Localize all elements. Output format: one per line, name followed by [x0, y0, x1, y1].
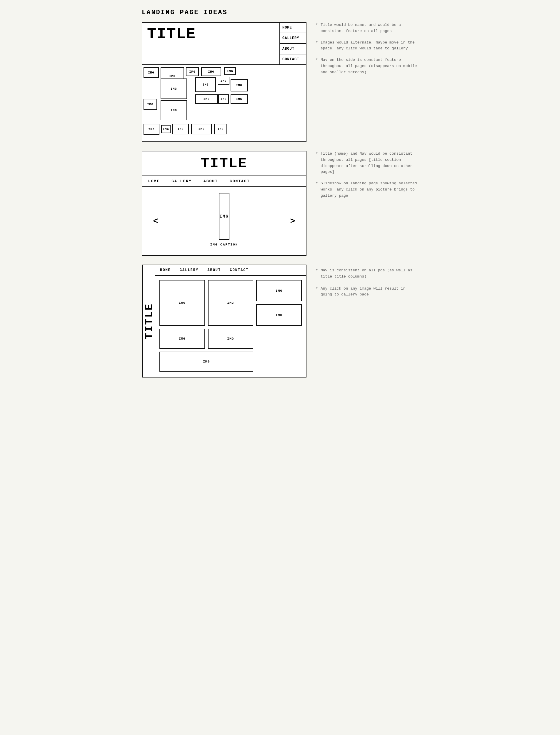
design1-nav-gallery[interactable]: GALLERY: [280, 33, 306, 44]
list-item[interactable]: IMG: [231, 79, 248, 91]
design3-notes: Nav is consistent on all pgs (as well as…: [315, 265, 418, 298]
design1-images: IMG IMG IMG IMG IMG IMG IMG IMG IMG IMG …: [142, 65, 306, 141]
list-item[interactable]: IMG: [191, 124, 212, 134]
list-item[interactable]: IMG: [159, 329, 205, 349]
design3-layout: TITLE HOME GALLERY ABOUT CONTACT IMG IMG: [142, 265, 306, 377]
list-item[interactable]: IMG: [161, 79, 187, 99]
design3-row: TITLE HOME GALLERY ABOUT CONTACT IMG IMG: [142, 265, 418, 377]
page-title: LANDING PAGE IDEAS: [142, 9, 418, 16]
note-1: Title would be name, and would be a cons…: [315, 22, 418, 34]
note-3: Nav on the side is constant feature thro…: [315, 57, 418, 75]
list-item[interactable]: IMG: [208, 329, 254, 349]
list-item[interactable]: IMG: [201, 67, 221, 76]
note-5: Slideshow on landing page showing select…: [315, 181, 418, 199]
design1-wireframe: TITLE HOME GALLERY ABOUT CONTACT IMG IMG…: [142, 22, 306, 142]
design3-nav-about[interactable]: ABOUT: [207, 268, 221, 272]
list-item[interactable]: IMG: [161, 125, 171, 133]
list-item[interactable]: IMG: [159, 352, 253, 371]
design3-grid: IMG IMG IMG IMG IMG IMG IMG: [155, 276, 306, 376]
design2-row: TITLE HOME GALLERY ABOUT CONTACT < IMG I…: [142, 151, 418, 256]
design2-nav: HOME GALLERY ABOUT CONTACT: [142, 176, 306, 187]
list-item[interactable]: IMG: [224, 67, 236, 75]
design2-body: < IMG IMG CAPTION >: [142, 187, 306, 255]
list-item[interactable]: IMG: [256, 304, 302, 326]
design1-notes: Title would be name, and would be a cons…: [315, 22, 418, 76]
design1-nav: HOME GALLERY ABOUT CONTACT: [279, 23, 306, 64]
list-item[interactable]: IMG: [144, 67, 159, 78]
image-caption: IMG CAPTION: [207, 240, 241, 249]
design3-nav-contact[interactable]: CONTACT: [230, 268, 249, 272]
list-item[interactable]: IMG: [159, 280, 205, 326]
design1-nav-home[interactable]: HOME: [280, 23, 306, 33]
design1-nav-contact[interactable]: CONTACT: [280, 54, 306, 64]
design1-body: IMG IMG IMG IMG IMG IMG IMG IMG IMG IMG …: [142, 65, 306, 141]
design3-wireframe: TITLE HOME GALLERY ABOUT CONTACT IMG IMG: [142, 265, 306, 377]
list-item[interactable]: IMG: [161, 100, 187, 120]
design3-right: HOME GALLERY ABOUT CONTACT IMG IMG IMG I…: [155, 265, 306, 377]
list-item[interactable]: IMG: [195, 77, 216, 92]
design3-title: TITLE: [142, 265, 155, 377]
prev-arrow[interactable]: <: [151, 217, 160, 226]
note-6: Nav is consistent on all pgs (as well as…: [315, 268, 418, 280]
note-2: Images would alternate, maybe move in th…: [315, 40, 418, 52]
list-item[interactable]: IMG: [208, 280, 254, 326]
design2-wireframe: TITLE HOME GALLERY ABOUT CONTACT < IMG I…: [142, 151, 306, 256]
list-item[interactable]: IMG: [214, 124, 227, 134]
design2-nav-home[interactable]: HOME: [148, 179, 160, 184]
design2-nav-contact[interactable]: CONTACT: [230, 179, 250, 184]
note-4: Title (name) and Nav would be consistant…: [315, 151, 418, 175]
design2-nav-about[interactable]: ABOUT: [204, 179, 218, 184]
list-item[interactable]: IMG: [218, 77, 229, 85]
note-7: Any click on any image will result in go…: [315, 286, 418, 298]
list-item[interactable]: IMG: [195, 94, 218, 104]
design2-title: TITLE: [142, 151, 306, 176]
slideshow-image[interactable]: IMG: [219, 193, 229, 240]
design3-nav-gallery[interactable]: GALLERY: [180, 268, 199, 272]
next-arrow[interactable]: >: [288, 217, 297, 226]
list-item[interactable]: IMG: [144, 124, 159, 135]
design3-nav: HOME GALLERY ABOUT CONTACT: [155, 265, 306, 276]
list-item[interactable]: IMG: [218, 94, 229, 104]
list-item[interactable]: IMG: [172, 124, 189, 134]
design1-header: TITLE HOME GALLERY ABOUT CONTACT: [142, 23, 306, 65]
design1-title: TITLE: [142, 23, 279, 64]
list-item[interactable]: IMG: [231, 94, 248, 104]
design1-nav-about[interactable]: ABOUT: [280, 44, 306, 54]
list-item[interactable]: IMG: [256, 280, 302, 301]
design2-notes: Title (name) and Nav would be consistant…: [315, 151, 418, 199]
design2-nav-gallery[interactable]: GALLERY: [171, 179, 192, 184]
design3-nav-home[interactable]: HOME: [160, 268, 171, 272]
design1-row: TITLE HOME GALLERY ABOUT CONTACT IMG IMG…: [142, 22, 418, 142]
list-item[interactable]: IMG: [144, 99, 157, 110]
list-item[interactable]: IMG: [186, 67, 199, 76]
